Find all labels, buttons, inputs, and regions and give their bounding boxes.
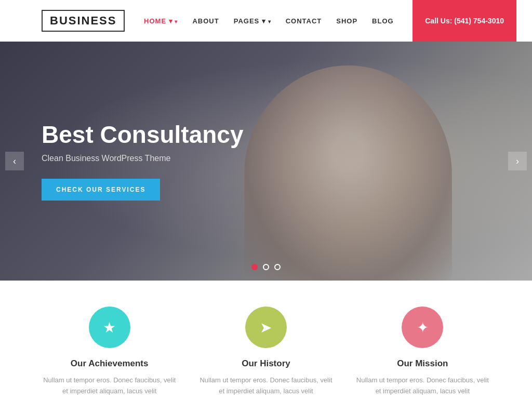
slider-dot-1[interactable]: [251, 264, 258, 270]
nav-contact[interactable]: CONTACT: [286, 17, 322, 25]
feature-desc-0: Nullam ut tempor eros. Donec faucibus, v…: [42, 375, 177, 397]
feature-item-0: ★Our AchievementsNullam ut tempor eros. …: [42, 307, 177, 399]
slider-dot-2[interactable]: [263, 264, 269, 270]
nav-shop[interactable]: SHOP: [336, 17, 357, 25]
hero-subtitle: Clean Business WordPress Theme: [42, 154, 244, 163]
hero-section: Best Consultancy Clean Business WordPres…: [0, 42, 532, 281]
feature-item-2: ✦Our MissionNullam ut tempor eros. Donec…: [355, 307, 490, 399]
slider-prev-button[interactable]: ‹: [5, 152, 24, 170]
features-section: ★Our AchievementsNullam ut tempor eros. …: [0, 281, 532, 399]
nav-pages[interactable]: PAGES ▾: [234, 17, 271, 25]
slider-dot-3[interactable]: [274, 264, 281, 270]
header-cta-button[interactable]: Call Us: (541) 754-3010: [413, 0, 516, 42]
nav-blog[interactable]: BLOG: [372, 17, 394, 25]
feature-title-2: Our Mission: [355, 358, 490, 369]
feature-desc-1: Nullam ut tempor eros. Donec faucibus, v…: [198, 375, 334, 397]
feature-icon-1: ➤: [245, 307, 287, 348]
feature-icon-2: ✦: [402, 307, 443, 348]
hero-content: Best Consultancy Clean Business WordPres…: [0, 122, 244, 201]
hero-person-shape: [244, 65, 452, 281]
slider-dots: [251, 264, 281, 270]
header: BUSINESS HOME ▾ ABOUT PAGES ▾ CONTACT SH…: [0, 0, 532, 42]
feature-title-0: Our Achievements: [42, 358, 177, 369]
nav-home[interactable]: HOME ▾: [144, 17, 178, 25]
hero-title: Best Consultancy: [42, 122, 244, 148]
logo[interactable]: BUSINESS: [42, 10, 125, 32]
feature-desc-2: Nullam ut tempor eros. Donec faucibus, v…: [355, 375, 490, 397]
feature-icon-0: ★: [89, 307, 130, 348]
main-nav: HOME ▾ ABOUT PAGES ▾ CONTACT SHOP BLOG: [125, 17, 413, 25]
slider-next-button[interactable]: ›: [508, 152, 527, 170]
hero-cta-button[interactable]: CHECK OUR SERVICES: [42, 179, 160, 201]
feature-title-1: Our History: [198, 358, 334, 369]
feature-item-1: ➤Our HistoryNullam ut tempor eros. Donec…: [198, 307, 334, 399]
nav-about[interactable]: ABOUT: [192, 17, 219, 25]
